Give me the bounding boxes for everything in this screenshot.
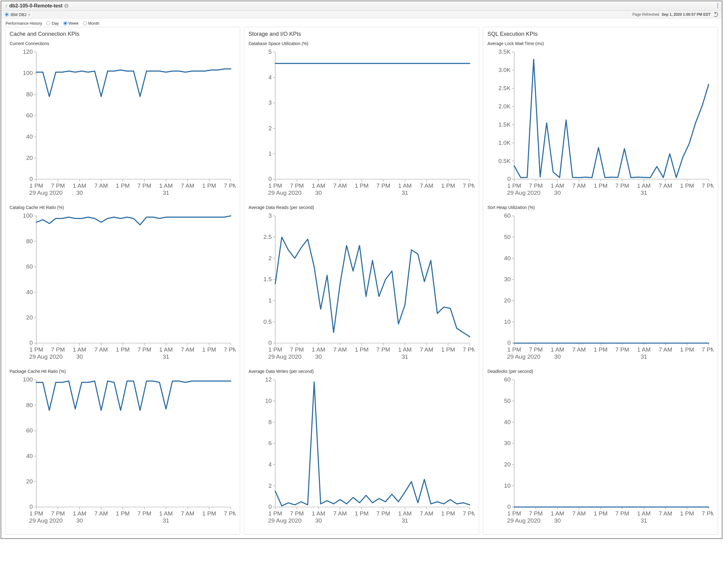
svg-text:29 Aug 2020: 29 Aug 2020 [268,353,302,360]
svg-text:31: 31 [401,517,408,524]
chart-svg: 0204060801001 PM29 Aug 20207 PM1 AM307 A… [9,375,235,530]
svg-text:30: 30 [315,190,322,196]
svg-text:120: 120 [23,48,33,55]
svg-text:1 PM: 1 PM [29,346,43,353]
panel-title: SQL Execution KPIs [488,31,714,37]
svg-text:31: 31 [163,190,169,196]
chart-svg: 01020304050601 PM29 Aug 20207 PM1 AM307 … [488,211,714,366]
svg-text:1 AM: 1 AM [159,510,173,517]
chart-current-connections: Current Connections0204060801001201 PM29… [9,41,235,202]
svg-text:0: 0 [268,339,272,346]
db-type-dropdown[interactable]: IBM DB2 ▾ [5,12,30,17]
svg-text:1 PM: 1 PM [594,510,607,517]
chart-holder[interactable]: 0204060801001201 PM29 Aug 20207 PM1 AM30… [9,47,235,202]
svg-text:1: 1 [268,150,272,157]
chart-holder[interactable]: 0204060801001 PM29 Aug 20207 PM1 AM307 A… [9,211,235,366]
svg-text:7 PM: 7 PM [51,183,65,189]
svg-text:80: 80 [26,238,33,244]
svg-text:29 Aug 2020: 29 Aug 2020 [29,517,63,524]
svg-text:7 PM: 7 PM [51,346,65,353]
svg-text:31: 31 [641,353,647,360]
svg-text:0: 0 [507,503,511,510]
svg-text:50: 50 [504,398,511,404]
svg-text:30: 30 [554,353,561,360]
svg-text:7 PM: 7 PM [224,346,235,353]
svg-text:7 PM: 7 PM [51,510,65,517]
chart-holder[interactable]: 01020304050601 PM29 Aug 20207 PM1 AM307 … [488,375,714,530]
svg-text:1 AM: 1 AM [73,346,86,353]
chart-holder[interactable]: 00.511.522.531 PM29 Aug 20207 PM1 AM307 … [249,211,474,366]
performance-history-label: Performance History [5,21,42,26]
chart-holder[interactable]: 0246810121 PM29 Aug 20207 PM1 AM307 AM1 … [249,375,474,530]
chart-holder[interactable]: 00.5K1.0K1.5K2.0K2.5K3.0K3.5K1 PM29 Aug … [488,47,714,202]
svg-text:7 AM: 7 AM [95,510,108,517]
svg-text:7 PM: 7 PM [290,183,304,189]
chart-avg-data-writes: Average Data Writes (per second)02468101… [249,369,474,530]
header-bar: ↑ db2-105-0-Remote-test i [1,1,722,11]
svg-text:7 PM: 7 PM [463,510,474,517]
info-icon[interactable]: i [64,4,68,8]
svg-text:7 PM: 7 PM [224,183,235,189]
page-refreshed-label: Page Refreshed [633,12,659,17]
svg-text:1 PM: 1 PM [202,346,216,353]
svg-text:12: 12 [265,376,272,383]
chart-holder[interactable]: 0123451 PM29 Aug 20207 PM1 AM307 AM1 PM7… [249,47,474,202]
chart-holder[interactable]: 0204060801001 PM29 Aug 20207 PM1 AM307 A… [9,375,235,530]
svg-text:60: 60 [504,212,511,219]
chart-title: Average Lock Wait Time (ms) [488,41,714,46]
svg-text:1 PM: 1 PM [116,346,130,353]
svg-text:7 AM: 7 AM [420,510,433,517]
svg-text:7 PM: 7 PM [463,183,474,189]
svg-text:2: 2 [268,255,272,261]
svg-text:3: 3 [268,99,272,106]
svg-text:1 PM: 1 PM [441,183,455,189]
chart-svg: 0123451 PM29 Aug 20207 PM1 AM307 AM1 PM7… [249,47,474,202]
radio-day[interactable]: Day [46,21,59,26]
svg-text:10: 10 [504,482,511,489]
svg-text:29 Aug 2020: 29 Aug 2020 [29,353,63,360]
svg-text:1 PM: 1 PM [441,510,455,517]
radio-week[interactable]: Week [63,21,79,26]
svg-text:100: 100 [23,376,33,383]
svg-text:7 PM: 7 PM [702,510,714,517]
svg-text:20: 20 [26,155,33,161]
svg-text:1 PM: 1 PM [507,183,521,189]
chart-title: Deadlocks (per second) [488,369,714,374]
svg-text:7 AM: 7 AM [572,510,586,517]
svg-text:1 PM: 1 PM [594,183,607,189]
svg-text:1 PM: 1 PM [268,510,282,517]
svg-text:100: 100 [23,212,33,219]
chart-svg: 00.511.522.531 PM29 Aug 20207 PM1 AM307 … [249,211,474,366]
svg-text:50: 50 [504,234,511,240]
chart-title: Catalog Cache Hit Ratio (%) [9,205,235,210]
svg-text:10: 10 [265,398,272,404]
svg-text:1 PM: 1 PM [29,510,43,517]
panel-title: Storage and I/O KPIs [249,31,474,37]
refresh-icon[interactable] [713,12,718,17]
svg-text:30: 30 [315,517,322,524]
svg-text:7 AM: 7 AM [333,183,347,189]
svg-text:1 PM: 1 PM [680,510,694,517]
svg-text:1 AM: 1 AM [159,183,173,189]
panel-0: Cache and Connection KPIsCurrent Connect… [5,27,240,534]
svg-text:1 AM: 1 AM [398,346,412,353]
svg-text:7 PM: 7 PM [376,346,390,353]
sub-header: IBM DB2 ▾ Page Refreshed Sep 1, 2020 1:0… [1,11,722,19]
svg-text:7 PM: 7 PM [529,510,543,517]
svg-text:3: 3 [268,212,272,219]
svg-text:3.0K: 3.0K [499,67,511,73]
svg-text:1.5K: 1.5K [499,121,511,128]
svg-text:1 PM: 1 PM [680,346,694,353]
svg-text:1 AM: 1 AM [398,510,412,517]
page-tools-icon[interactable] [718,3,718,9]
svg-text:2: 2 [268,482,272,489]
svg-text:1: 1 [268,297,272,304]
svg-text:1 PM: 1 PM [680,183,694,189]
svg-text:7 AM: 7 AM [333,510,347,517]
svg-text:1 PM: 1 PM [268,183,282,189]
svg-text:7 PM: 7 PM [137,346,151,353]
chart-holder[interactable]: 01020304050601 PM29 Aug 20207 PM1 AM307 … [488,211,714,366]
radio-month[interactable]: Month [83,21,99,26]
svg-text:7 AM: 7 AM [420,346,433,353]
svg-text:7 AM: 7 AM [572,346,586,353]
